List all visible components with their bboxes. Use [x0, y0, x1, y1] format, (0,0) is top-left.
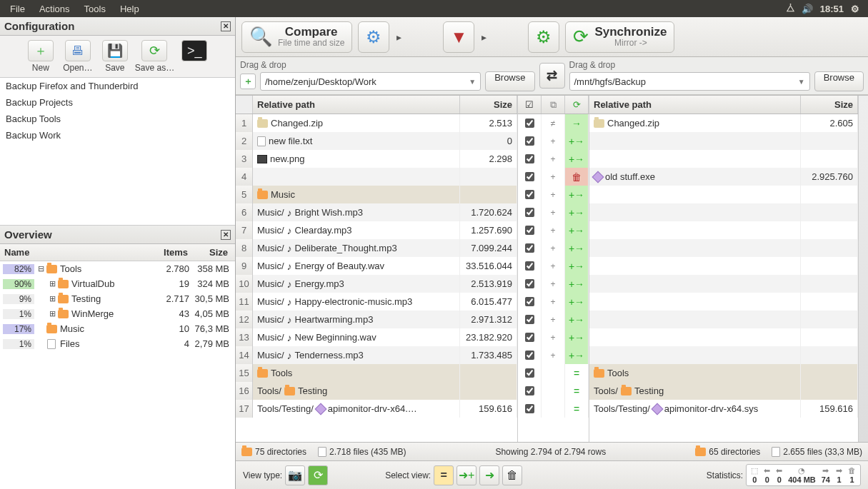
- col-relative-path[interactable]: Relative path: [589, 96, 801, 114]
- grid-row[interactable]: Tools/ Testing: [589, 382, 858, 400]
- row-checkbox[interactable]: [525, 297, 534, 306]
- chevron-down-icon[interactable]: ▼: [798, 78, 805, 86]
- filter-button[interactable]: ▼: [443, 21, 474, 53]
- grid-middle-row[interactable]: =: [518, 400, 589, 418]
- save-button[interactable]: 💾 Save: [98, 40, 132, 73]
- menu-actions[interactable]: Actions: [32, 1, 77, 16]
- add-folder-pair-button[interactable]: ＋: [240, 74, 256, 89]
- grid-row[interactable]: [589, 346, 858, 364]
- swap-sides-button[interactable]: ⇄: [539, 63, 565, 89]
- overview-row[interactable]: 17%Music1076,3 MB: [0, 321, 235, 336]
- grid-row[interactable]: Changed.zip2.605: [589, 114, 858, 132]
- grid-row[interactable]: 14Music/ ♪ Tenderness.mp31.733.485: [236, 346, 517, 364]
- grid-middle-row[interactable]: ++→: [518, 203, 589, 221]
- action-col-icon[interactable]: ⟳: [565, 96, 589, 114]
- grid-middle-row[interactable]: =: [518, 364, 589, 382]
- saveas-button[interactable]: ⟳ Save as…: [135, 40, 174, 73]
- grid-row[interactable]: 16Tools/ Testing: [236, 382, 517, 400]
- grid-row[interactable]: [589, 311, 858, 328]
- grid-row[interactable]: Tools/Testing/ apimonitor-drv-x64.sys159…: [589, 400, 858, 418]
- browse-right-button[interactable]: Browse: [814, 71, 864, 91]
- clock[interactable]: 18:51: [820, 4, 844, 14]
- grid-row[interactable]: 11Music/ ♪ Happy-electronic-music.mp36.0…: [236, 293, 517, 311]
- row-checkbox[interactable]: [525, 333, 534, 342]
- overview-row[interactable]: 9%⊞Testing2.71730,5 MB: [0, 291, 235, 306]
- menu-tools[interactable]: Tools: [77, 1, 113, 16]
- grid-row[interactable]: 8Music/ ♪ Deliberate_Thought.mp37.099.24…: [236, 239, 517, 257]
- row-checkbox[interactable]: [525, 261, 534, 271]
- overview-tree[interactable]: 82%⊟Tools2.780358 MB90%⊞VirtualDub19324 …: [0, 261, 235, 489]
- row-checkbox[interactable]: [525, 119, 534, 128]
- grid-row[interactable]: [589, 150, 858, 168]
- close-icon[interactable]: ✕: [221, 21, 231, 31]
- open-button[interactable]: 🖶 Open…: [61, 40, 95, 73]
- grid-middle-row[interactable]: ++→: [518, 311, 589, 328]
- wifi-icon[interactable]: ⧊: [787, 3, 794, 14]
- left-path-input[interactable]: /home/zenju/Desktop/Work ▼: [260, 72, 481, 91]
- gear-icon[interactable]: ⚙: [851, 4, 859, 14]
- grid-row[interactable]: 5 Music: [236, 186, 517, 203]
- grid-row[interactable]: 12Music/ ♪ Heartwarming.mp32.971.312: [236, 311, 517, 328]
- grid-row[interactable]: [589, 132, 858, 150]
- compare-button[interactable]: 🔍 Compare File time and size: [241, 21, 352, 53]
- grid-middle-row[interactable]: ++→: [518, 150, 589, 168]
- checkbox-col-icon[interactable]: ☑: [518, 96, 542, 114]
- sound-icon[interactable]: 🔊: [802, 4, 813, 14]
- grid-row[interactable]: [589, 293, 858, 311]
- row-checkbox[interactable]: [525, 226, 534, 235]
- row-checkbox[interactable]: [525, 243, 534, 253]
- viewtype-action-button[interactable]: ⟳: [308, 465, 328, 485]
- grid-row[interactable]: 1 Changed.zip2.513: [236, 114, 517, 132]
- row-checkbox[interactable]: [525, 136, 534, 146]
- view-update-button[interactable]: ➜: [479, 465, 499, 485]
- grid-middle-row[interactable]: =: [518, 382, 589, 400]
- grid-middle-row[interactable]: ++→: [518, 328, 589, 346]
- grid-middle-row[interactable]: ++→: [518, 346, 589, 364]
- grid-row[interactable]: old stuff.exe2.925.760: [589, 168, 858, 186]
- config-item[interactable]: Backup Firefox and Thunderbird: [0, 78, 235, 94]
- config-item[interactable]: Backup Projects: [0, 94, 235, 111]
- row-checkbox[interactable]: [525, 279, 534, 288]
- row-checkbox[interactable]: [525, 172, 534, 181]
- overview-row[interactable]: 90%⊞VirtualDub19324 MB: [0, 276, 235, 291]
- browse-left-button[interactable]: Browse: [485, 71, 534, 91]
- col-size[interactable]: Size: [801, 96, 858, 114]
- row-checkbox[interactable]: [525, 404, 534, 413]
- col-size[interactable]: Size: [460, 96, 517, 114]
- grid-row[interactable]: 15 Tools: [236, 364, 517, 382]
- category-col-icon[interactable]: ⧉: [542, 96, 565, 114]
- overview-row[interactable]: 82%⊟Tools2.780358 MB: [0, 261, 235, 276]
- compare-settings-button[interactable]: ⚙: [358, 21, 389, 53]
- grid-middle-row[interactable]: ++→: [518, 186, 589, 203]
- right-path-input[interactable]: /mnt/hgfs/Backup ▼: [569, 72, 810, 91]
- grid-row[interactable]: [589, 328, 858, 346]
- grid-row[interactable]: 13Music/ ♪ New Beginning.wav23.182.920: [236, 328, 517, 346]
- grid-row[interactable]: 9Music/ ♪ Energy of Beauty.wav33.516.044: [236, 257, 517, 275]
- row-checkbox[interactable]: [525, 368, 534, 378]
- overview-row[interactable]: 1%Files42,79 MB: [0, 336, 235, 351]
- grid-row[interactable]: 7Music/ ♪ Clearday.mp31.257.690: [236, 221, 517, 239]
- grid-middle-row[interactable]: ++→: [518, 239, 589, 257]
- new-button[interactable]: ＋ New: [24, 40, 58, 73]
- config-item[interactable]: Backup Tools: [0, 111, 235, 127]
- grid-middle-row[interactable]: +🗑: [518, 168, 589, 186]
- grid-row[interactable]: [589, 257, 858, 275]
- grid-middle-row[interactable]: ++→: [518, 221, 589, 239]
- chevron-down-icon[interactable]: ▼: [469, 78, 476, 86]
- grid-middle-row[interactable]: ≠→: [518, 114, 589, 132]
- view-equal-button[interactable]: =: [434, 465, 454, 485]
- row-checkbox[interactable]: [525, 351, 534, 360]
- grid-row[interactable]: [589, 186, 858, 203]
- grid-row[interactable]: [589, 221, 858, 239]
- row-checkbox[interactable]: [525, 208, 534, 217]
- grid-row[interactable]: 17Tools/Testing/ apimonitor-drv-x64.…159…: [236, 400, 517, 418]
- sync-settings-button[interactable]: ⚙: [528, 21, 559, 53]
- overview-row[interactable]: 1%⊞WinMerge434,05 MB: [0, 306, 235, 321]
- config-list[interactable]: Backup Firefox and Thunderbird Backup Pr…: [0, 77, 235, 226]
- grid-row[interactable]: 3 new.png2.298: [236, 150, 517, 168]
- row-checkbox[interactable]: [525, 315, 534, 324]
- grid-row[interactable]: [589, 239, 858, 257]
- grid-row[interactable]: 2 new file.txt0: [236, 132, 517, 150]
- config-item[interactable]: Backup Work: [0, 127, 235, 143]
- col-relative-path[interactable]: Relative path: [253, 96, 460, 114]
